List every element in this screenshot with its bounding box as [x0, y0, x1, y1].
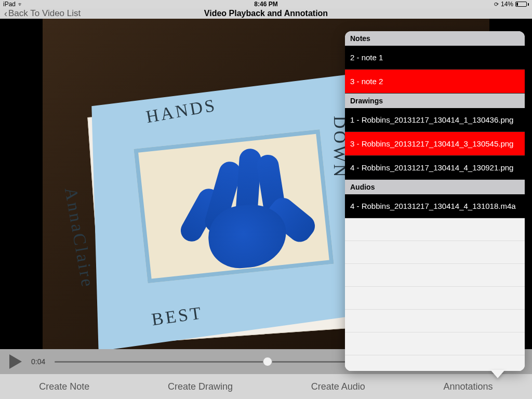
annotations-empty-area[interactable] — [345, 218, 525, 371]
popover-arrow-icon — [490, 370, 505, 378]
notes-header: Notes — [345, 31, 525, 46]
audio-row[interactable]: 4 - Robbins_20131217_130414_4_131018.m4a — [345, 194, 525, 218]
note-row[interactable]: 3 - note 2 — [345, 70, 525, 94]
playback-time: 0:04 — [31, 357, 45, 366]
device-label: iPad — [3, 1, 16, 8]
annotations-popover: Notes 2 - note 13 - note 2 Drawings 1 - … — [345, 31, 525, 371]
back-button[interactable]: ‹ Back To Video List — [4, 8, 81, 19]
bottom-toolbar: Create Note Create Drawing Create Audio … — [0, 374, 532, 399]
status-left: iPad ᯤ — [3, 1, 23, 8]
battery-percent: 14% — [501, 1, 513, 8]
annotations-button[interactable]: Annotations — [433, 381, 503, 392]
page-title: Video Playback and Annotation — [204, 9, 328, 18]
chevron-left-icon: ‹ — [4, 9, 7, 18]
drawing-row[interactable]: 1 - Robbins_20131217_130414_1_130436.png — [345, 108, 525, 132]
create-note-button[interactable]: Create Note — [29, 381, 100, 392]
nav-bar: ‹ Back To Video List Video Playback and … — [0, 8, 532, 19]
handprint-graphic — [157, 137, 311, 281]
wifi-icon: ᯤ — [18, 1, 23, 7]
play-button[interactable] — [9, 354, 22, 369]
audios-header: Audios — [345, 180, 525, 194]
back-label: Back To Video List — [8, 8, 81, 19]
scrubber-thumb[interactable] — [263, 357, 272, 366]
status-time: 8:46 PM — [254, 1, 277, 8]
drawing-row[interactable]: 4 - Robbins_20131217_130414_4_130921.png — [345, 156, 525, 180]
rotation-lock-icon: ⟳ — [494, 1, 499, 8]
status-bar: iPad ᯤ 8:46 PM ⟳ 14% — [0, 0, 532, 8]
create-drawing-button[interactable]: Create Drawing — [157, 381, 243, 392]
drawing-row[interactable]: 3 - Robbins_20131217_130414_3_130545.png — [345, 132, 525, 156]
battery-icon — [515, 2, 529, 7]
drawings-header: Drawings — [345, 94, 525, 108]
create-audio-button[interactable]: Create Audio — [301, 381, 376, 392]
frame-text-left: AnnaClaire — [61, 186, 98, 290]
note-row[interactable]: 2 - note 1 — [345, 46, 525, 70]
status-right: ⟳ 14% — [494, 1, 529, 8]
